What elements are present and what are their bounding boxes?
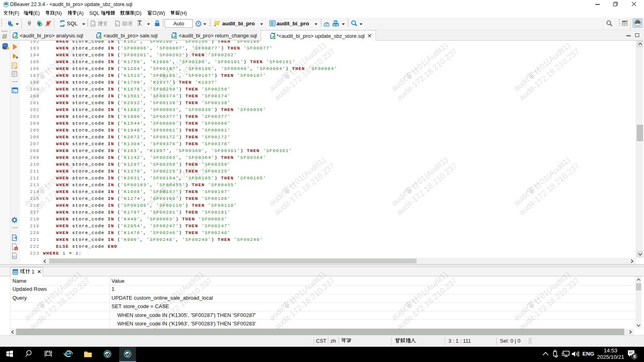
svg-text:8: 8 (634, 354, 636, 359)
svg-text:(x): (x) (12, 255, 16, 258)
